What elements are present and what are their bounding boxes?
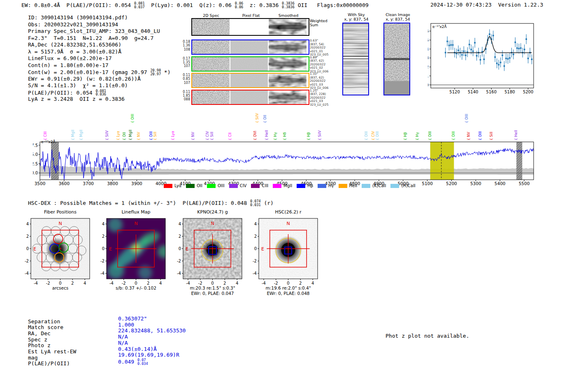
- svg-text:E: E: [261, 246, 264, 252]
- svg-text:-2: -2: [253, 259, 257, 263]
- match-table: Separation0.363072"Match score1.000RA, D…: [0, 0, 247, 392]
- match-table-value: 19.69(19.69,19.69)R: [118, 352, 179, 358]
- svg-text:-4: -4: [253, 271, 257, 276]
- svg-text:N: N: [286, 221, 290, 226]
- svg-text:4: 4: [311, 281, 314, 285]
- svg-text:0: 0: [254, 246, 257, 251]
- match-table-value: N/A: [118, 340, 128, 346]
- match-table-label: Spec z: [28, 337, 47, 343]
- match-table-label: Est LyA rest-EW: [28, 349, 76, 355]
- match-table-label: Separation: [28, 319, 60, 325]
- svg-text:2: 2: [299, 281, 302, 285]
- photz-note: Phot z plot not available.: [386, 333, 469, 339]
- match-table-value: 224.832488, 51.653530: [118, 328, 186, 334]
- cutout-hsc: NE-4-4-2-2002244HSC(26.2) rm:19.6 re:2.0…: [244, 208, 327, 296]
- svg-text:0: 0: [287, 281, 289, 285]
- elixer-report-page: EW: 0.8±0.4Å P(LAE)/P(OII): 0.054 0.0810…: [0, 0, 576, 392]
- svg-text:-4: -4: [262, 281, 266, 285]
- match-table-value: 0.43(±0.14)Å: [118, 346, 157, 352]
- svg-text:m:19.6 re:2.0" s:0.4": m:19.6 re:2.0" s:0.4": [266, 285, 311, 290]
- svg-text:EWr: 0, PLAE: 0.048: EWr: 0, PLAE: 0.048: [267, 291, 309, 296]
- match-table-label: Photo z: [28, 343, 51, 348]
- svg-text:2: 2: [254, 234, 257, 239]
- match-table-value: 0.363072": [118, 316, 147, 322]
- svg-text:4: 4: [254, 222, 257, 226]
- match-table-value: 0.049 0.070.034: [118, 358, 148, 365]
- match-table-label: mag: [28, 355, 37, 361]
- svg-text:-2: -2: [274, 281, 278, 285]
- match-table-value: N/A: [118, 334, 128, 340]
- match-table-label: P(LAE)/P(OII): [28, 361, 70, 366]
- svg-text:HSC(26.2) r: HSC(26.2) r: [275, 209, 302, 215]
- match-table-label: RA, Dec: [28, 331, 51, 336]
- match-table-value: 1.000: [118, 322, 134, 328]
- match-table-label: Match score: [28, 325, 63, 330]
